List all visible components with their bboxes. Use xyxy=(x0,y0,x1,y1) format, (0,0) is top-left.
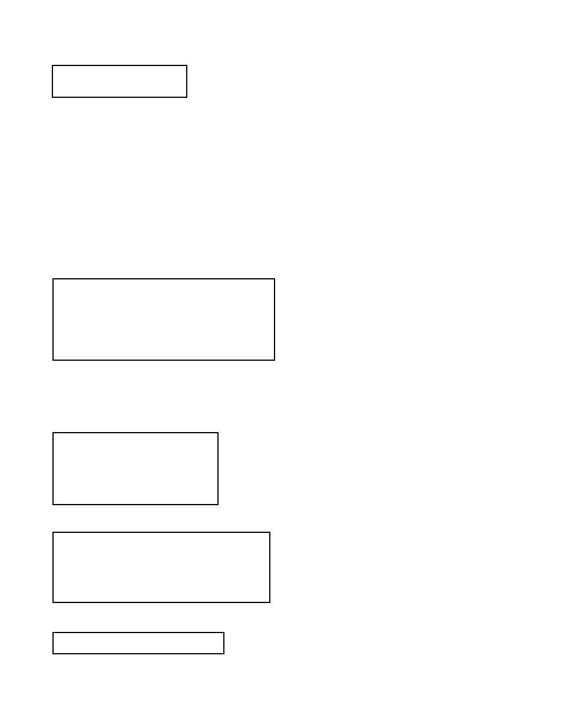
box-5 xyxy=(52,632,224,654)
box-1 xyxy=(52,65,187,98)
box-4 xyxy=(52,532,270,603)
box-2 xyxy=(52,278,275,361)
box-3 xyxy=(52,432,219,505)
